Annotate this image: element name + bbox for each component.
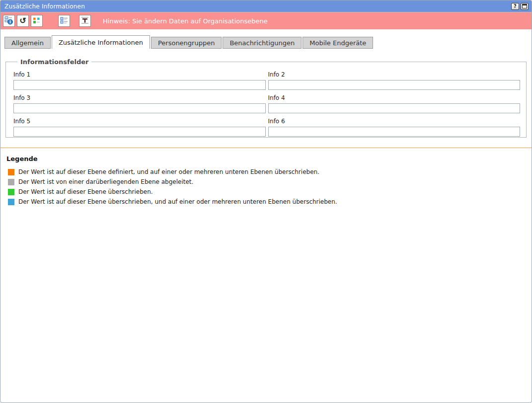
legend-colors-icon <box>33 16 41 26</box>
toolbar: i ↺ <box>0 12 532 29</box>
legend-title: Legende <box>6 155 526 162</box>
legend-color-swatch-orange <box>8 169 14 175</box>
fieldset-legend: Informationsfelder <box>17 58 91 66</box>
info-field: Info 2 <box>268 67 521 90</box>
info-2-label: Info 2 <box>268 71 521 78</box>
info-field: Info 6 <box>268 113 521 137</box>
info-field: Info 1 <box>13 67 266 90</box>
info-form-icon: i <box>4 16 13 26</box>
info-4-input[interactable] <box>268 103 521 113</box>
info-5-input[interactable] <box>13 127 266 137</box>
info-3-input[interactable] <box>13 103 266 113</box>
legend-item: Der Wert ist auf dieser Ebene definiert,… <box>6 168 526 175</box>
legend-color-swatch-green <box>8 189 14 195</box>
legend-color-swatch-gray <box>8 179 14 185</box>
info-form-button[interactable]: i <box>3 15 15 27</box>
info-5-label: Info 5 <box>13 118 266 125</box>
svg-text:i: i <box>9 19 11 24</box>
informationsfelder-fieldset: Informationsfelder Info 1 Info 2 Info 3 … <box>5 58 527 138</box>
tab-mobile-endgeraete[interactable]: Mobile Endgeräte <box>303 37 373 49</box>
info-2-input[interactable] <box>268 80 521 90</box>
tab-zusaetzliche-informationen[interactable]: Zusätzliche Informationen <box>52 35 150 49</box>
tab-content: Informationsfelder Info 1 Info 2 Info 3 … <box>0 58 532 138</box>
info-4-label: Info 4 <box>268 94 521 101</box>
organisation-level-hint: Hinweis: Sie ändern Daten auf Organisati… <box>103 17 268 25</box>
info-6-label: Info 6 <box>268 118 521 125</box>
title-bar: Zusätzliche Informationen ? <box>0 0 532 12</box>
legend-item: Der Wert ist von einer darüberliegenden … <box>6 178 526 185</box>
info-field: Info 4 <box>268 90 521 113</box>
legend-item-text: Der Wert ist von einer darüberliegenden … <box>18 178 193 185</box>
tab-benachrichtigungen[interactable]: Benachrichtigungen <box>223 37 302 49</box>
info-1-label: Info 1 <box>13 71 266 78</box>
legend-section: Legende Der Wert ist auf dieser Ebene de… <box>0 148 532 205</box>
info-field: Info 3 <box>13 90 266 113</box>
legend-item: Der Wert ist auf dieser Ebene überschrie… <box>6 188 526 195</box>
info-field: Info 5 <box>13 113 266 137</box>
legend-colors-button[interactable] <box>31 15 43 27</box>
history-button[interactable]: ↺ <box>17 15 29 27</box>
tab-personengruppen[interactable]: Personengruppen <box>151 37 222 49</box>
info-6-input[interactable] <box>268 127 521 137</box>
tab-bar: Allgemein Zusätzliche Informationen Pers… <box>4 35 532 49</box>
legend-color-swatch-blue <box>8 199 14 205</box>
detail-list-button[interactable] <box>58 15 70 27</box>
legend-item: Der Wert ist auf dieser Ebene überschrie… <box>6 198 526 205</box>
help-button[interactable]: ? <box>511 3 519 10</box>
window-restore-button[interactable] <box>521 3 529 10</box>
info-3-label: Info 3 <box>13 94 266 101</box>
window-icon <box>522 4 527 8</box>
legend-item-text: Der Wert ist auf dieser Ebene definiert,… <box>18 168 319 175</box>
tab-allgemein[interactable]: Allgemein <box>4 37 51 49</box>
legend-item-text: Der Wert ist auf dieser Ebene überschrie… <box>18 188 153 195</box>
dialog-window: Zusätzliche Informationen ? i <box>0 0 532 403</box>
history-icon: ↺ <box>19 17 26 25</box>
legend-item-text: Der Wert ist auf dieser Ebene überschrie… <box>18 198 337 205</box>
window-controls: ? <box>511 3 529 10</box>
window-title: Zusätzliche Informationen <box>4 3 85 10</box>
text-format-icon <box>81 16 89 26</box>
detail-list-icon <box>60 16 68 26</box>
text-format-button[interactable] <box>79 15 91 27</box>
help-icon: ? <box>514 3 517 9</box>
info-1-input[interactable] <box>13 80 266 90</box>
info-fields-grid: Info 1 Info 2 Info 3 Info 4 Info 5 <box>13 67 520 137</box>
